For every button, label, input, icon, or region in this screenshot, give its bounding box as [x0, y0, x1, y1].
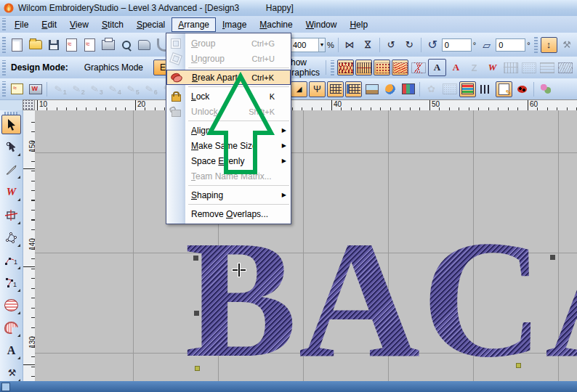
menu-file[interactable]: File: [8, 17, 35, 32]
design-canvas[interactable]: BACA: [35, 110, 577, 381]
open-design-button[interactable]: [27, 37, 44, 53]
pull-compensation-toggle[interactable]: ↕: [541, 37, 557, 53]
rotate-left-button[interactable]: ↺: [383, 37, 400, 53]
menu-help[interactable]: Help: [343, 17, 374, 32]
rotate-right-button[interactable]: ↻: [401, 37, 418, 53]
zigzag-stitch-toggle[interactable]: [392, 60, 408, 75]
ray-fill-button[interactable]: [410, 60, 427, 75]
zoom-level-combo[interactable]: 400 ▾: [289, 38, 326, 52]
closed-object-tool[interactable]: 1: [1, 273, 21, 293]
hotkey-3-button[interactable]: ✎3: [86, 81, 103, 97]
rotate-by-button[interactable]: ↺: [424, 37, 441, 53]
auto-digitize-tool[interactable]: [1, 205, 21, 225]
title-bar[interactable]: Wilcom EmbroideryStudio – Level 3 Advanc…: [0, 0, 577, 17]
menu-item-group[interactable]: Group Ctrl+G: [166, 36, 291, 51]
reshape-tool[interactable]: [1, 137, 21, 157]
branching-button[interactable]: [537, 81, 554, 97]
line-fill-button[interactable]: [538, 60, 555, 75]
show-appliques-button[interactable]: [400, 81, 416, 97]
hatch-fill-button[interactable]: [557, 60, 573, 75]
arc-tool[interactable]: [1, 318, 21, 338]
ruler-corner-button[interactable]: [23, 99, 35, 110]
skew-angle-input[interactable]: 0: [496, 38, 525, 52]
stitch-machine-button[interactable]: [136, 37, 153, 53]
menu-item-make-same-size[interactable]: Make Same Size ▶: [166, 138, 291, 153]
lettering-tool[interactable]: A: [1, 340, 21, 360]
team-names-tool[interactable]: ⚒: [1, 363, 21, 383]
save-design-button[interactable]: [45, 37, 62, 53]
dropdown-arrow-icon[interactable]: ▾: [318, 38, 325, 52]
striped-lettering-button[interactable]: A: [448, 60, 464, 75]
object-properties-toggle[interactable]: [496, 81, 512, 97]
run-stitch-toggle[interactable]: [337, 60, 354, 75]
select-tool[interactable]: [1, 115, 21, 134]
hotkey-1-button[interactable]: ✎1: [50, 81, 67, 97]
hotkey-4-button[interactable]: ✎4: [105, 81, 121, 97]
resize-corner[interactable]: [1, 383, 10, 391]
hotkey-2-button[interactable]: ✎2: [68, 81, 85, 97]
motif-fill-toggle[interactable]: [374, 60, 390, 75]
show-needle-points-toggle[interactable]: ◢: [291, 81, 307, 97]
knife-tool[interactable]: [1, 160, 21, 179]
design-notes-button[interactable]: [9, 81, 25, 97]
insert-design-button[interactable]: [63, 37, 80, 53]
freehand-lettering-tool[interactable]: W: [1, 182, 21, 202]
menu-item-shaping[interactable]: Shaping ▶: [166, 187, 291, 203]
team-figures-button[interactable]: ⚒: [559, 37, 576, 53]
bug-tool-button[interactable]: [514, 81, 530, 97]
satin-lettering-toggle[interactable]: A: [428, 59, 446, 76]
menu-window[interactable]: Window: [299, 17, 344, 32]
show-vectors-button[interactable]: [382, 81, 398, 97]
menu-item-space-evenly[interactable]: Space Evenly ▶: [166, 153, 291, 168]
graphics-mode-button[interactable]: Graphics Mode: [78, 60, 149, 75]
hotkey-6-button[interactable]: ✎6: [141, 81, 158, 97]
print-button[interactable]: [100, 37, 116, 53]
new-design-button[interactable]: [9, 37, 25, 53]
selection-handle[interactable]: [550, 255, 555, 260]
menu-image[interactable]: Image: [216, 17, 253, 32]
pulse-stitch-button[interactable]: [502, 60, 519, 75]
skew-button[interactable]: ▱: [478, 37, 495, 53]
zigzag-w-button[interactable]: W: [484, 60, 501, 75]
ribbon-stitch-button[interactable]: Z: [466, 60, 483, 75]
mirror-vertical-button[interactable]: ⋈: [360, 37, 376, 53]
insert-element-button[interactable]: [81, 37, 98, 53]
menu-item-ungroup[interactable]: Ungroup Ctrl+U: [166, 51, 291, 66]
selection-handle[interactable]: [193, 256, 198, 261]
menu-item-align[interactable]: Align ▶: [166, 123, 291, 138]
app-flame-icon: [4, 3, 14, 13]
menu-item-team-name-matrix[interactable]: Team Name Matrix...: [166, 168, 291, 184]
mirror-horizontal-button[interactable]: ⋈: [342, 37, 358, 53]
print-preview-button[interactable]: [118, 37, 134, 53]
menu-arrange[interactable]: Arrange: [172, 17, 216, 32]
show-motifs-button[interactable]: ✿: [423, 81, 440, 97]
menu-special[interactable]: Special: [130, 17, 172, 32]
selection-handle[interactable]: [194, 311, 199, 316]
dotted-fill-button[interactable]: [520, 60, 537, 75]
stitch-list-button[interactable]: [477, 81, 494, 97]
menu-stitch[interactable]: Stitch: [95, 17, 130, 32]
menu-machine[interactable]: Machine: [253, 17, 299, 32]
show-rulers-toggle[interactable]: [345, 81, 362, 97]
hotkey-5-button[interactable]: ✎5: [123, 81, 140, 97]
ellipse-tool[interactable]: [1, 295, 21, 315]
digitize-box-icon: [5, 210, 17, 221]
menu-item-lock[interactable]: Lock K: [166, 89, 291, 104]
select-pointer-icon: [7, 119, 17, 131]
embroidery-lettering-object[interactable]: BACA: [185, 215, 577, 381]
menu-item-unlock[interactable]: Unlock Shift+K: [166, 104, 291, 119]
menu-edit[interactable]: Edit: [35, 17, 63, 32]
show-bitmap-button[interactable]: [363, 81, 380, 97]
menu-view[interactable]: View: [63, 17, 95, 32]
show-grid-toggle[interactable]: [327, 81, 344, 97]
menu-item-break-apart[interactable]: Break Apart Ctrl+K: [166, 70, 291, 85]
star-polygon-tool[interactable]: [1, 228, 21, 248]
tatami-fill-toggle[interactable]: [355, 60, 372, 75]
rotate-angle-input[interactable]: 0: [442, 38, 472, 52]
open-object-tool[interactable]: 1: [1, 250, 21, 270]
production-worksheet-button[interactable]: [27, 81, 44, 97]
color-film-toggle[interactable]: [459, 81, 476, 97]
show-connectors-toggle[interactable]: Ψ: [309, 81, 326, 97]
menu-item-remove-overlaps[interactable]: Remove Overlaps...: [166, 206, 291, 221]
show-stitch-dots-button[interactable]: [441, 81, 458, 97]
